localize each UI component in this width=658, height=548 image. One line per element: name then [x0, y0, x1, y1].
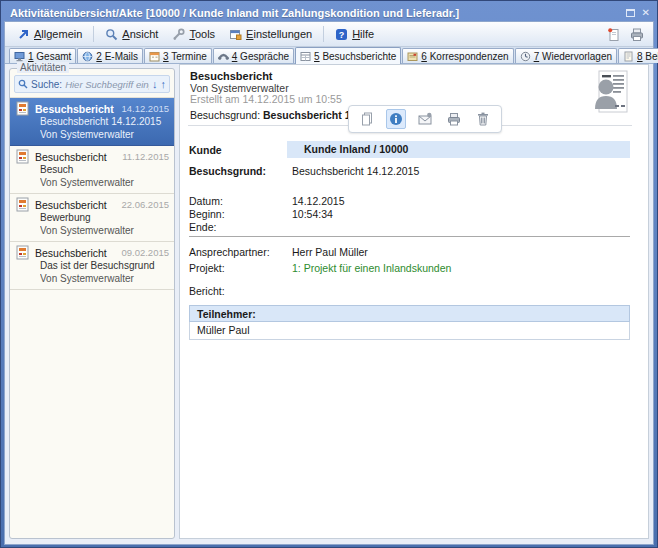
- item-date: 11.12.2015: [122, 151, 169, 162]
- copy-document-button[interactable]: [357, 109, 377, 129]
- menu-hilfe[interactable]: ? Hilfe: [329, 26, 380, 43]
- tab-besuchsberichte[interactable]: 5 Besuchsberichte: [295, 47, 401, 64]
- search-bar[interactable]: Suche: ↓ ↑: [14, 75, 170, 93]
- field-row-bericht: Bericht:: [189, 285, 630, 300]
- search-label: Suche:: [31, 79, 62, 90]
- list-item[interactable]: Besuchsbericht 22.06.2015 Bewerbung Von …: [10, 194, 174, 242]
- report-grid-icon: [300, 51, 311, 62]
- monitor-icon: [14, 51, 25, 62]
- titlebar: Aktivitätenübersicht/Akte [10000 / Kunde…: [4, 4, 654, 21]
- visit-report-icon: [15, 101, 30, 116]
- tab-belege[interactable]: 8 Belege: [618, 48, 658, 63]
- menu-allgemein[interactable]: Allgemein: [11, 26, 88, 43]
- field-value: Besuchsbericht 14.12.2015: [292, 165, 630, 177]
- item-title: Besuchsbericht: [35, 103, 116, 115]
- menu-label: Ansicht: [122, 28, 158, 40]
- tab-gespraeche[interactable]: 4 Gespräche: [213, 48, 294, 63]
- item-title: Besuchsbericht: [35, 151, 117, 163]
- item-date: 09.02.2015: [121, 247, 169, 258]
- field-label: Besuchsgrund:: [189, 165, 266, 177]
- window-controls: ✕: [626, 8, 650, 18]
- menu-label: Hilfe: [352, 28, 374, 40]
- project-link[interactable]: 1: Projekt für einen Inlandskunden: [292, 262, 630, 274]
- tab-label: 5 Besuchsberichte: [314, 51, 396, 62]
- delete-button[interactable]: [473, 109, 493, 129]
- tab-bar: 1 Gesamt 2 E-Mails 3 Termine 4 Gespräche…: [5, 47, 653, 64]
- item-subtitle: Das ist der Besuchsgrund: [40, 260, 169, 273]
- tab-label: 3 Termine: [163, 51, 207, 62]
- globe-icon: [82, 51, 93, 62]
- field-value: Kunde Inland / 10000: [304, 143, 408, 155]
- field-row-kunde: Kunde Kunde Inland / 10000: [189, 144, 630, 159]
- item-author: Von Systemverwalter: [40, 273, 169, 286]
- menu-einstellungen[interactable]: Einstellungen: [223, 26, 318, 43]
- content-area: Aktivitäten Suche: ↓ ↑ Besuchsbericht 14…: [5, 64, 653, 544]
- tab-korrespondenzen[interactable]: 6 Korrespondenzen: [402, 48, 513, 63]
- new-document-icon[interactable]: [606, 27, 621, 42]
- letter-icon: [407, 51, 418, 62]
- list-item[interactable]: Besuchsbericht 09.02.2015 Das ist der Be…: [10, 242, 174, 290]
- search-icon: [18, 79, 28, 89]
- item-date: 22.06.2015: [121, 199, 169, 210]
- menu-bar: Allgemein Ansicht Tools Einstellungen ? …: [5, 22, 653, 47]
- item-title: Besuchsbericht: [35, 199, 116, 211]
- item-author: Von Systemverwalter: [40, 225, 169, 238]
- tab-label: 8 Belege: [637, 51, 658, 62]
- menu-ansicht[interactable]: Ansicht: [99, 26, 164, 43]
- calendar-icon: [149, 51, 160, 62]
- info-button[interactable]: [386, 109, 406, 129]
- menu-tools[interactable]: Tools: [166, 26, 221, 43]
- svg-text:?: ?: [339, 30, 345, 40]
- detail-title: Besuchsbericht: [190, 70, 273, 82]
- item-title: Besuchsbericht: [35, 247, 116, 259]
- list-item[interactable]: Besuchsbericht 11.12.2015 Besuch Von Sys…: [10, 146, 174, 194]
- menu-label: Allgemein: [34, 28, 82, 40]
- activities-group-label: Aktivitäten: [17, 62, 69, 73]
- print-icon[interactable]: [629, 27, 645, 42]
- menu-right-icons: [606, 27, 647, 42]
- detail-created-timestamp: Erstellt am 14.12.2015 um 10:55: [190, 93, 342, 105]
- tab-emails[interactable]: 2 E-Mails: [77, 48, 143, 63]
- clock-icon: [520, 51, 531, 62]
- tab-label: 7 Wiedervorlagen: [534, 51, 612, 62]
- help-icon: ?: [335, 28, 348, 41]
- tab-termine[interactable]: 3 Termine: [144, 48, 212, 63]
- tab-gesamt[interactable]: 1 Gesamt: [9, 48, 76, 63]
- menu-separator: [323, 26, 324, 42]
- field-row-besuchsgrund: Besuchsgrund: Besuchsbericht 14.12.2015: [189, 165, 630, 180]
- settings-panel-icon: [229, 28, 242, 41]
- participant-row[interactable]: Müller Paul: [189, 322, 630, 340]
- item-date: 14.12.2015: [121, 103, 169, 114]
- list-item[interactable]: Besuchsbericht 14.12.2015 Besuchsbericht…: [10, 98, 174, 146]
- item-subtitle: Besuch: [40, 164, 169, 177]
- sort-ascending-icon[interactable]: ↑: [161, 79, 167, 90]
- activities-sidebar: Suche: ↓ ↑ Besuchsbericht 14.12.2015 Bes…: [9, 68, 175, 539]
- field-label: Bericht:: [189, 285, 225, 297]
- menu-label: Tools: [189, 28, 215, 40]
- tab-label: 1 Gesamt: [28, 51, 71, 62]
- kunde-highlight-band[interactable]: Kunde Inland / 10000: [287, 141, 630, 158]
- field-value: 14.12.2015: [292, 195, 630, 207]
- restore-window-icon[interactable]: [626, 9, 635, 17]
- field-row-projekt: Projekt: 1: Projekt für einen Inlandskun…: [189, 262, 630, 277]
- field-row-ende: Ende:: [189, 221, 630, 236]
- visit-report-icon: [15, 149, 30, 164]
- field-label: Kunde: [189, 144, 222, 156]
- visit-report-icon: [15, 197, 30, 212]
- menu-label: Einstellungen: [246, 28, 312, 40]
- close-window-icon[interactable]: ✕: [642, 8, 650, 18]
- field-row-ansprechpartner: Ansprechpartner: Herr Paul Müller: [189, 246, 630, 261]
- tab-wiedervorlagen[interactable]: 7 Wiedervorlagen: [515, 48, 617, 63]
- field-label: Datum:: [189, 195, 223, 207]
- send-mail-button[interactable]: [415, 109, 435, 129]
- field-label: Beginn:: [189, 208, 225, 220]
- item-author: Von Systemverwalter: [40, 129, 169, 142]
- print-button[interactable]: [444, 109, 464, 129]
- reason-label: Besuchsgrund:: [190, 109, 260, 121]
- field-label: Projekt:: [189, 262, 225, 274]
- search-input[interactable]: [65, 79, 149, 90]
- detail-panel: Besuchsbericht Von Systemverwalter Erste…: [179, 64, 649, 539]
- item-subtitle: Besuchsbericht 14.12.2015: [40, 116, 169, 129]
- sort-descending-icon[interactable]: ↓: [152, 79, 158, 90]
- activity-list: Besuchsbericht 14.12.2015 Besuchsbericht…: [10, 97, 174, 538]
